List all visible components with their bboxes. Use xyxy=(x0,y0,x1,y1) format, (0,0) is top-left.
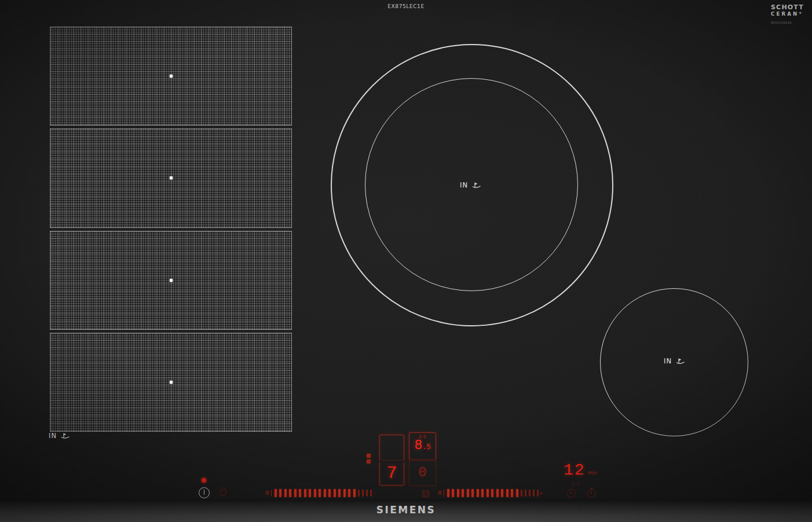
slider-tick xyxy=(496,489,499,497)
slider-tick xyxy=(343,489,346,497)
slider-tick xyxy=(462,489,464,497)
model-label: EX875LEC1E xyxy=(0,3,812,9)
front-trim-band: SIEMENS xyxy=(0,499,812,522)
power-slider-left[interactable]: 0 › xyxy=(265,488,375,498)
slider-tick xyxy=(324,489,326,497)
secondary-zone-level: 0 xyxy=(418,465,426,480)
flex-zone-segment xyxy=(50,333,292,432)
timer-range-icon: |→| xyxy=(572,480,610,486)
slider-zero-label: 0 xyxy=(438,490,442,497)
slider-tick xyxy=(271,490,272,497)
timer-unit: min xyxy=(588,470,597,476)
slider-tick xyxy=(314,489,316,497)
schott-ceran-logo: SCHOTT CERAN® 9001026418 xyxy=(771,4,804,24)
slider-tick xyxy=(334,489,336,497)
slider-tick xyxy=(353,489,356,497)
right-zone-power-level: 8.5 xyxy=(414,439,430,453)
slider-tick xyxy=(299,489,301,497)
slider-tick xyxy=(348,489,350,497)
slider-tick xyxy=(529,490,531,497)
induction-pan-icon xyxy=(676,358,685,365)
flex-zone-display-key[interactable]: 7 xyxy=(379,435,404,486)
slider-tick xyxy=(294,489,297,497)
slider-tick xyxy=(362,490,364,497)
slider-zero-label: 0 xyxy=(265,490,269,497)
slider-tick xyxy=(516,489,518,497)
power-button[interactable] xyxy=(199,487,210,498)
slider-tick xyxy=(471,489,474,497)
power-slider-right[interactable]: 0 ▸ xyxy=(438,488,543,498)
secondary-zone-display-key[interactable]: 0 xyxy=(409,459,436,486)
slider-tick xyxy=(467,489,469,497)
schott-logo-line2: CERAN® xyxy=(771,12,804,17)
slider-tick xyxy=(477,489,479,497)
flex-zone-segment xyxy=(50,231,292,330)
slider-tick xyxy=(537,490,539,497)
slider-tick xyxy=(533,490,535,497)
zone-center-dot xyxy=(170,279,173,282)
slider-tick xyxy=(444,490,445,497)
slider-tick xyxy=(309,489,311,497)
slider-tick xyxy=(279,489,281,497)
flex-zone-power-level: 7 xyxy=(380,465,404,482)
slider-tick xyxy=(487,489,489,497)
slider-tick xyxy=(457,489,459,497)
flex-zone-segment xyxy=(50,27,292,126)
slider-tick xyxy=(319,489,321,497)
flex-zone-induction-label: IN xyxy=(49,432,70,440)
slider-tick xyxy=(521,490,522,497)
timer-readout: 12min |→| xyxy=(564,462,610,486)
slider-tick xyxy=(338,489,341,497)
slider-tick xyxy=(452,489,454,497)
induction-pan-icon xyxy=(61,432,70,439)
flex-zone-segment xyxy=(50,128,292,227)
power-level-fraction: .5 xyxy=(422,443,430,451)
slider-tick xyxy=(511,489,513,497)
cooktop-surface: EX875LEC1E SCHOTT CERAN® 9001026418 IN I… xyxy=(0,0,812,522)
slider-tick xyxy=(525,490,526,497)
cooking-timer-icon[interactable] xyxy=(567,489,576,498)
slider-tick xyxy=(506,489,509,497)
induction-pan-icon xyxy=(472,182,481,189)
brand-logo: SIEMENS xyxy=(0,504,812,516)
pause-icon[interactable] xyxy=(422,490,429,497)
slider-tick xyxy=(275,489,277,497)
zone-center-dot xyxy=(170,381,173,384)
kitchen-timer-icon[interactable] xyxy=(587,489,596,498)
slider-tick xyxy=(370,490,372,497)
slider-tick xyxy=(491,489,493,497)
power-on-indicator-dot xyxy=(202,478,206,483)
slider-tick xyxy=(366,490,368,497)
slider-tick xyxy=(289,489,291,497)
slider-boost-glyph: ▸ xyxy=(540,490,543,496)
induction-label: IN xyxy=(460,181,468,189)
right-zone-display-key[interactable]: |→| 8.5 xyxy=(409,432,436,460)
glass-serial-number: 9001026418 xyxy=(771,21,804,24)
slider-tick xyxy=(358,490,360,497)
child-lock-icon[interactable] xyxy=(220,490,226,495)
slider-ticks xyxy=(271,489,372,497)
slider-tick xyxy=(447,489,449,497)
display-divider xyxy=(379,460,405,462)
small-zone-induction-label: IN xyxy=(664,357,685,365)
schott-logo-line1: SCHOTT xyxy=(771,4,804,10)
large-zone-induction-label: IN xyxy=(460,181,481,189)
registered-mark: ® xyxy=(799,11,802,14)
induction-label: IN xyxy=(49,432,57,440)
slider-tick xyxy=(501,489,503,497)
range-extend-icon: |→| xyxy=(409,435,436,439)
slider-tick xyxy=(304,489,306,497)
induction-label: IN xyxy=(664,357,672,365)
flex-zone-active-indicator xyxy=(367,454,371,464)
slider-ticks xyxy=(444,489,539,497)
slider-boost-glyph: › xyxy=(374,490,376,496)
zone-center-dot xyxy=(170,177,173,179)
zone-center-dot xyxy=(170,75,173,78)
slider-tick xyxy=(481,489,484,497)
timer-value: 12 xyxy=(564,461,586,479)
slider-tick xyxy=(328,489,331,497)
slider-tick xyxy=(284,489,287,497)
flex-induction-zone xyxy=(50,27,292,432)
